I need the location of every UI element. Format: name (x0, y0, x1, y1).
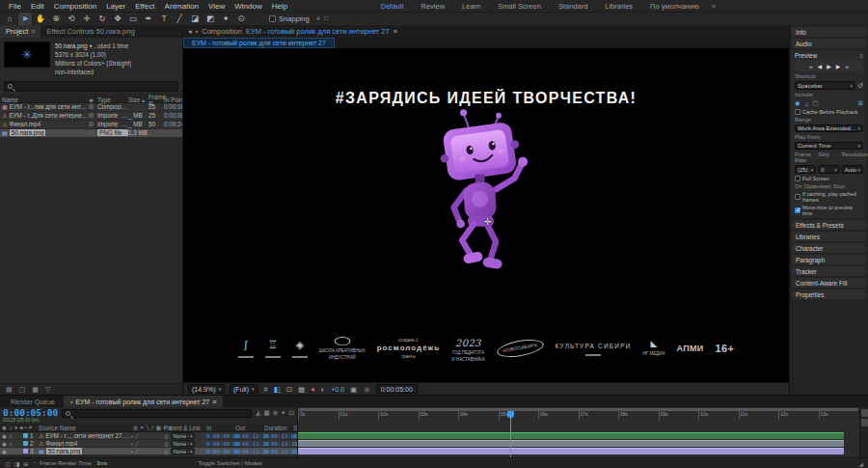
magnification-dropdown[interactable]: (14.9%)▾ (188, 384, 225, 394)
layer-row[interactable]: ◉ ♫ 1 ЕУМ - г..., сети интернет 27.mp4 ▪… (0, 432, 297, 440)
audio-icon[interactable]: ♫ (9, 433, 13, 439)
switch-header-icon[interactable]: ✦ (140, 425, 145, 430)
layer-out[interactable]: 0:00:12:24 (235, 449, 264, 454)
panel-lock-icon[interactable]: ▪ (196, 28, 198, 35)
column-name[interactable]: Name (2, 96, 89, 103)
av-header-icon[interactable]: ● (14, 425, 17, 430)
grid-guides-icon[interactable]: # (263, 385, 269, 394)
reset-icon[interactable]: ↺ (857, 82, 863, 90)
shortcut-dropdown[interactable]: Spacebar▾ (795, 81, 855, 90)
mask-visibility-icon[interactable]: ◧ (273, 385, 282, 394)
exposure-value[interactable]: +0.0 (331, 386, 344, 393)
next-frame-button[interactable]: ▶ (836, 63, 841, 69)
menu-item[interactable]: Layer (101, 2, 130, 11)
menu-item[interactable]: Effect (130, 2, 159, 11)
timeline-search[interactable] (62, 409, 252, 418)
scroll-handle[interactable] (861, 419, 868, 427)
layer-in[interactable]: 0:00:00:00 (206, 433, 235, 439)
layer-row[interactable]: ◉ ♫ 2 Финал.mp4 ▪╱ ◎ None▾ (0, 440, 297, 448)
resolution-preview-dropdown[interactable]: Auto▾ (842, 165, 863, 174)
column-source-name[interactable]: Source Name (39, 425, 131, 431)
column-size[interactable]: Size▲ (128, 96, 149, 103)
snapping-options-icon[interactable]: ⌖ ⁙ (316, 14, 329, 24)
include-overlays-icon[interactable]: ▢ (813, 99, 819, 107)
layer-duration-bar[interactable] (298, 432, 844, 439)
include-audio-icon[interactable]: ♫ (804, 100, 809, 107)
draft-3d-icon[interactable]: ▦ (263, 409, 269, 417)
video-eye-icon[interactable]: ◉ (2, 433, 7, 439)
pan-behind-tool-icon[interactable]: ✥ (111, 13, 124, 25)
label-column-icon[interactable]: ◈ (89, 96, 97, 103)
collapsed-panel-bar[interactable]: Effects & Presets (792, 220, 866, 230)
collapsed-panel-bar[interactable]: Tracker (792, 266, 866, 276)
workspace-tab[interactable]: Learn (453, 2, 489, 11)
menu-item[interactable]: View (203, 2, 230, 11)
hand-tool-icon[interactable]: ✋ (34, 13, 47, 25)
workspace-tab[interactable]: Review (412, 2, 453, 11)
collapsed-panel-bar[interactable]: Character (792, 243, 866, 253)
play-cached-frames-checkbox[interactable] (795, 194, 800, 200)
composition-tab-label[interactable]: Composition (202, 27, 242, 36)
layer-in[interactable]: 0:00:00:00 (206, 441, 235, 447)
pickwhip-icon[interactable]: ◎ (164, 433, 169, 439)
rotation-tool-icon[interactable]: ↻ (95, 13, 109, 25)
footage-name[interactable]: 50.nara.png (55, 42, 88, 49)
new-folder-icon[interactable]: ▢ (19, 386, 26, 394)
scroll-handle[interactable] (861, 409, 868, 417)
tab-timeline-comp[interactable]: ▪ ЕУМ - готовый ролик для сети интернет … (64, 396, 223, 407)
roto-brush-tool-icon[interactable]: ✦ (219, 13, 232, 25)
home-icon[interactable]: ⌂ (3, 13, 16, 25)
expand-inout-pane-icon[interactable]: ◨ (14, 460, 20, 467)
label-header-icon[interactable]: # (29, 425, 32, 430)
anchor-crosshair-icon[interactable]: ✛ (484, 217, 492, 227)
layer-out[interactable]: 0:00:12:24 (235, 433, 264, 439)
label-swatch[interactable] (89, 130, 94, 135)
workspace-tab[interactable]: Libraries (596, 2, 641, 11)
toggle-switches-button[interactable]: Toggle Switches / Modes (198, 460, 261, 466)
label-header-icon[interactable]: ▪ (25, 425, 27, 430)
expand-layer-pane-icon[interactable]: ◫ (5, 460, 11, 467)
menu-item[interactable]: Animation (159, 2, 203, 11)
label-swatch[interactable] (89, 113, 94, 118)
layer-in[interactable]: 0:00:00:00 (206, 449, 235, 454)
label-swatch[interactable] (89, 122, 94, 126)
type-tool-icon[interactable]: T (157, 13, 171, 25)
workspace-overflow-icon[interactable]: » (708, 2, 719, 11)
layer-duration-bar[interactable] (298, 440, 844, 447)
workspace-tab[interactable]: Small Screen (489, 2, 550, 11)
play-button[interactable]: ▶ (827, 63, 831, 69)
eraser-tool-icon[interactable]: ◩ (203, 13, 217, 25)
shape-tool-icon[interactable]: ▭ (126, 13, 140, 25)
project-row[interactable]: 50.nara.png PNG file 1,3 MB (0, 129, 183, 138)
parent-dropdown[interactable]: None▾ (171, 448, 196, 454)
column-out[interactable]: Out (235, 425, 264, 431)
menu-item[interactable]: Window (230, 2, 266, 11)
menu-item[interactable]: File (4, 2, 26, 11)
pickwhip-icon[interactable]: ◎ (164, 441, 169, 447)
switch-header-icon[interactable]: ƒ (151, 425, 154, 430)
tab-effect-controls[interactable]: Effect Controls 50.nara.png (41, 25, 140, 38)
project-row[interactable]: Финал.mp4 Importe_EX _ MB 50 0:09:24:24 … (0, 121, 183, 129)
panel-menu-icon[interactable]: ≡ (31, 28, 35, 35)
pen-tool-icon[interactable]: ✒ (142, 13, 155, 25)
clone-stamp-tool-icon[interactable]: ◪ (188, 13, 202, 25)
previous-frame-button[interactable]: ◀ (818, 63, 823, 69)
layer-label-swatch[interactable] (23, 441, 28, 446)
resize-grip-icon[interactable]: ◢ (858, 460, 863, 467)
snapping-checkbox[interactable] (269, 15, 276, 22)
expand-render-pane-icon[interactable]: ⊞ (23, 460, 28, 467)
hide-shy-layers-icon[interactable]: ⊜ (273, 409, 278, 417)
column-duration[interactable]: Duration (264, 425, 293, 431)
timeline-search-input[interactable] (70, 409, 248, 418)
column-in-point[interactable]: In Point (164, 96, 183, 103)
first-frame-button[interactable]: « (809, 63, 812, 69)
time-ruler[interactable]: 0s01s02s03s04s05s06s07s08s09s10s11s12s13… (298, 411, 858, 420)
full-screen-checkbox[interactable] (795, 176, 800, 181)
panel-menu-icon[interactable]: ≡ (393, 27, 397, 36)
current-time-display[interactable]: 0:00:05:00 (3, 408, 58, 418)
label-swatch[interactable] (89, 104, 94, 109)
brush-tool-icon[interactable]: ╱ (173, 13, 186, 25)
new-composition-icon[interactable]: ▦ (32, 386, 39, 394)
viewer-tab[interactable]: ЕУМ - готовый ролик для сети интернет 27 (183, 38, 335, 48)
workspace-tab[interactable]: По умолчанию (641, 2, 708, 11)
